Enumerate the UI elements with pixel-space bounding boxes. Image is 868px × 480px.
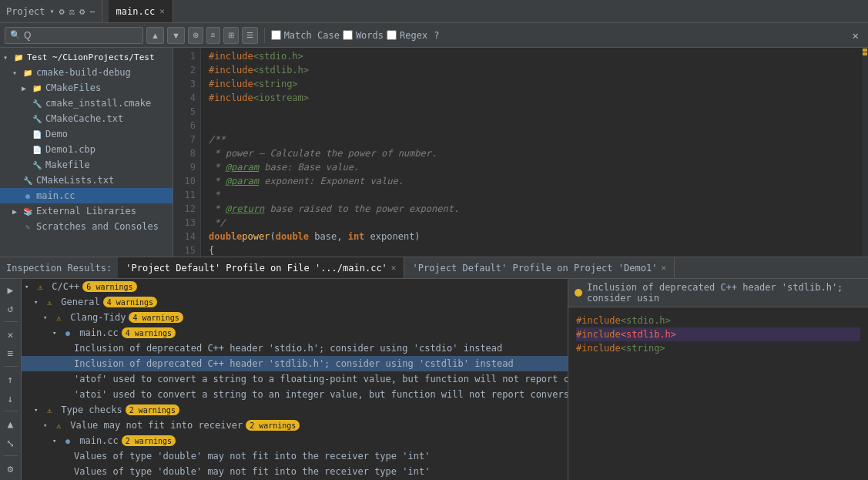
general-label: General — [55, 297, 100, 307]
code-editor: 12345 678910 1112131415 16171819 #includ… — [173, 48, 868, 257]
project-section: Project ▾ ⚙ ⚖ ⚙ − — [0, 0, 102, 22]
insp-type-msg-2[interactable]: Values of type 'double' may not fit into… — [22, 464, 568, 479]
value-fit-warn-icon: ⚠ — [52, 419, 65, 431]
expand-btn[interactable]: ⤡ — [2, 435, 19, 451]
general-arrow: ▾ — [34, 298, 43, 306]
search-bar: 🔍 ▲ ▼ ⊕ ≡ ⊞ ☰ Match Case Words Regex ? ✕ — [0, 23, 868, 48]
filter2-btn[interactable]: ☰ — [242, 27, 258, 44]
tab1-close[interactable]: ✕ — [391, 263, 397, 273]
bottom-tab-1[interactable]: 'Project Default' Profile on File '.../m… — [118, 257, 404, 278]
match-case-label: Match Case — [284, 30, 340, 41]
sidebar-item-scratches[interactable]: ✎ Scratches and Consoles — [0, 219, 173, 234]
minimize-icon[interactable]: − — [89, 6, 95, 17]
main-clang-badge: 4 warnings — [122, 327, 176, 338]
filter-btn[interactable]: ⊞ — [223, 27, 239, 44]
clang-tidy-arrow: ▾ — [43, 314, 52, 321]
insp-main-clang[interactable]: ▾ ● main.cc 4 warnings — [22, 325, 568, 341]
insp-root-cpp[interactable]: ▾ ⚠ C/C++ 6 warnings — [22, 279, 568, 294]
file-tab-main[interactable]: main.cc ✕ — [109, 0, 173, 22]
insp-type-checks[interactable]: ▾ ⚠ Type checks 2 warnings — [22, 402, 568, 418]
msg4-arrow — [65, 391, 74, 398]
sidebar-item-makefile[interactable]: 🔧 Makefile — [0, 157, 173, 173]
value-fit-label: Value may not fit into receiver — [65, 420, 243, 431]
next-result-btn[interactable]: ▼ — [167, 27, 185, 44]
project-label[interactable]: Project — [6, 6, 45, 17]
insp-type-msg-1[interactable]: Values of type 'double' may not fit into… — [22, 448, 568, 464]
multi-line-btn[interactable]: ≡ — [206, 27, 220, 44]
settings-btn[interactable]: ⚙ — [2, 461, 19, 477]
sidebar-item-cmakecache[interactable]: 🔧 CMakeCache.txt — [0, 111, 173, 126]
demo-label: Demo — [45, 129, 68, 139]
bottom-content: ▶ ↺ ✕ ≡ ↑ ↓ ▲ ⤡ ⚙ ▾ ⚠ C/C++ 6 warnings — [0, 279, 868, 480]
code-line-12: * @return base raised to the power expon… — [209, 202, 854, 216]
words-checkbox[interactable] — [343, 30, 353, 40]
cmakecache-icon: 🔧 — [31, 112, 43, 125]
code-content[interactable]: #include <stdio.h> #include <stdlib.h> #… — [201, 48, 862, 257]
code-line-3: #include <string> — [209, 77, 854, 91]
cpp-label: C/C++ — [46, 281, 79, 292]
scratches-label: Scratches and Consoles — [36, 221, 159, 232]
main-type-arrow: ▾ — [52, 437, 62, 445]
code-line-7: /** — [209, 133, 854, 146]
sort-asc-btn[interactable]: ↑ — [2, 371, 19, 388]
demo1-icon: 📄 — [31, 143, 43, 156]
cmake-install-icon: 🔧 — [31, 97, 43, 109]
words-option[interactable]: Words — [343, 30, 384, 41]
insp-value-fit[interactable]: ▾ ⚠ Value may not fit into receiver 2 wa… — [22, 418, 568, 433]
sidebar-item-ext-libs[interactable]: ▶ 📚 External Libraries — [0, 203, 173, 219]
cmakecache-label: CMakeCache.txt — [45, 113, 123, 124]
cmakelists-icon: 🔧 — [22, 174, 34, 186]
insp-msg-4[interactable]: 'atoi' used to convert a string to an in… — [22, 387, 568, 402]
sort-desc-btn[interactable]: ↓ — [2, 391, 19, 407]
ext-libs-arrow: ▶ — [12, 207, 22, 216]
tab2-close[interactable]: ✕ — [661, 263, 666, 273]
hint-marker-2 — [863, 52, 867, 55]
run-btn[interactable]: ▶ — [2, 282, 19, 298]
inspection-results-label: Inspection Results: — [0, 263, 118, 274]
match-case-option[interactable]: Match Case — [271, 30, 340, 41]
find-word-btn[interactable]: ⊕ — [188, 27, 203, 44]
match-case-checkbox[interactable] — [271, 30, 281, 40]
cpp-arrow: ▾ — [25, 283, 34, 290]
main-arrow — [12, 192, 22, 200]
clang-tidy-badge: 4 warnings — [129, 312, 183, 323]
rerun-btn[interactable]: ↺ — [2, 301, 19, 317]
sidebar-item-demo1[interactable]: 📄 Demo1.cbp — [0, 142, 173, 157]
balance-icon[interactable]: ⚖ — [69, 6, 75, 17]
sidebar-item-cmake-build[interactable]: ▾ 📁 cmake-build-debug — [0, 65, 173, 80]
tool-divider-1 — [4, 321, 18, 322]
insp-main-type[interactable]: ▾ ● main.cc 2 warnings — [22, 433, 568, 448]
sidebar-root[interactable]: ▾ 📁 Test ~/CLionProjects/Test — [0, 49, 173, 65]
up-btn[interactable]: ▲ — [2, 416, 19, 432]
insp-msg-3[interactable]: 'atof' used to convert a string to a flo… — [22, 371, 568, 387]
value-fit-arrow: ▾ — [43, 421, 52, 429]
cmakecache-arrow — [22, 115, 31, 123]
sidebar-item-cmake-install[interactable]: 🔧 cmake_install.cmake — [0, 96, 173, 111]
sidebar-item-main[interactable]: ● main.cc — [0, 188, 173, 203]
msg4-text: 'atoi' used to convert a string to an in… — [74, 389, 568, 400]
regex-checkbox[interactable] — [387, 30, 397, 40]
file-tab-close[interactable]: ✕ — [159, 6, 165, 16]
sidebar-item-demo[interactable]: 📄 Demo — [0, 126, 173, 142]
type-checks-arrow: ▾ — [34, 406, 43, 414]
insp-msg-2[interactable]: Inclusion of deprecated C++ header 'stdl… — [22, 356, 568, 371]
help-btn[interactable]: ? — [431, 30, 442, 41]
sidebar-item-cmakelists[interactable]: 🔧 CMakeLists.txt — [0, 173, 173, 188]
insp-clang-tidy[interactable]: ▾ ⚠ Clang-Tidy 4 warnings — [22, 310, 568, 325]
prev-result-btn[interactable]: ▲ — [146, 27, 164, 44]
insp-general[interactable]: ▾ ⚠ General 4 warnings — [22, 294, 568, 310]
type-checks-label: Type checks — [55, 404, 122, 415]
search-close-btn[interactable]: ✕ — [848, 29, 863, 42]
bottom-tab-2[interactable]: 'Project Default' Profile on Project 'De… — [404, 257, 675, 278]
settings-icon[interactable]: ⚙ — [59, 6, 65, 17]
sidebar-item-cmakefiles[interactable]: ▶ 📁 CMakeFiles — [0, 80, 173, 96]
stop-btn[interactable]: ✕ — [2, 327, 19, 343]
search-input-wrap[interactable]: 🔍 — [5, 27, 143, 44]
insp-msg-1[interactable]: Inclusion of deprecated C++ header 'stdi… — [22, 341, 568, 356]
tab-area: main.cc ✕ — [102, 0, 868, 22]
config-icon[interactable]: ⚙ — [79, 6, 85, 17]
regex-option[interactable]: Regex — [387, 30, 427, 41]
search-input[interactable] — [24, 30, 132, 41]
filter-btn[interactable]: ≡ — [2, 346, 19, 362]
msg1-text: Inclusion of deprecated C++ header 'stdi… — [74, 343, 502, 354]
